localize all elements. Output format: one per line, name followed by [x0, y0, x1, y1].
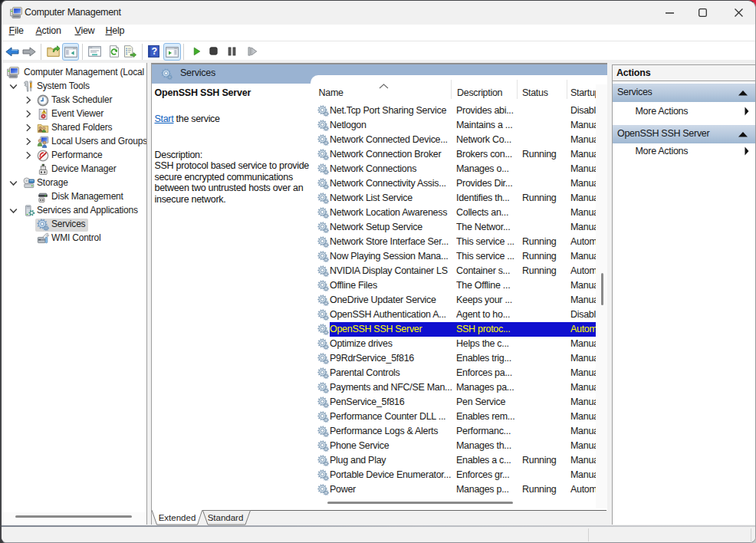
svg-text:Standard: Standard	[208, 513, 244, 522]
svg-text:Extended: Extended	[159, 513, 196, 522]
